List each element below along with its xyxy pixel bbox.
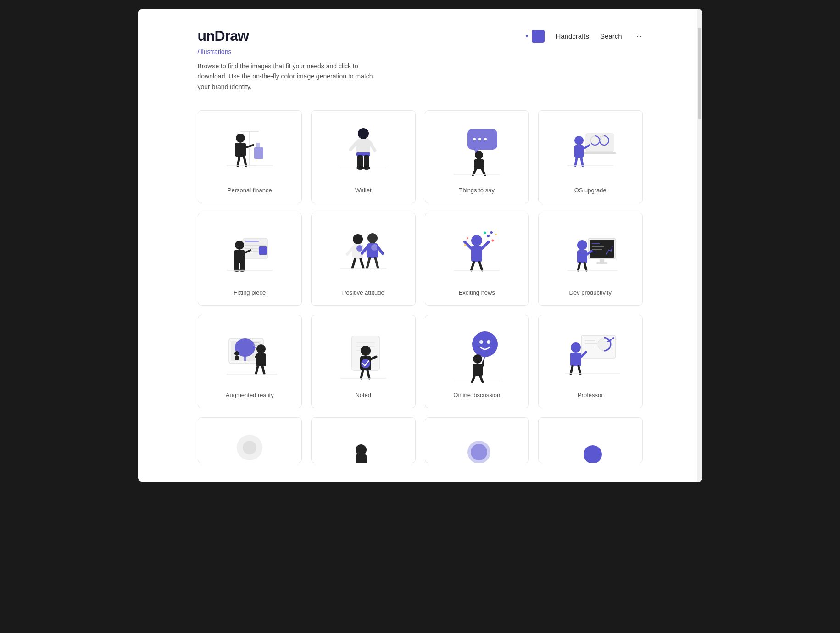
card-personal-finance[interactable]: Personal finance <box>198 110 302 203</box>
svg-rect-3 <box>254 147 263 159</box>
accent-color-swatch[interactable] <box>532 30 545 43</box>
illustrations-grid: Personal finance <box>198 110 643 463</box>
svg-rect-14 <box>357 155 363 168</box>
svg-line-63 <box>361 259 363 268</box>
card-dev-productivity[interactable]: Dev productivity <box>538 213 643 306</box>
color-selector[interactable]: ▼ <box>525 30 545 43</box>
svg-line-19 <box>370 143 375 151</box>
svg-line-98 <box>584 263 586 270</box>
svg-rect-95 <box>577 250 587 263</box>
card-exciting-news[interactable]: Exciting news <box>425 213 529 306</box>
svg-point-119 <box>361 346 371 356</box>
card-online-discussion[interactable]: Online discussion <box>425 315 529 408</box>
svg-rect-154 <box>356 454 367 463</box>
card-label: Fitting piece <box>234 289 266 296</box>
card-partial-2[interactable] <box>311 417 416 463</box>
svg-line-62 <box>352 259 355 268</box>
card-label: Dev productivity <box>569 289 612 296</box>
svg-point-75 <box>484 232 486 234</box>
nav-more-icon[interactable]: ··· <box>633 31 642 41</box>
page-description: Browse to find the images that fit your … <box>198 61 381 92</box>
svg-rect-78 <box>471 246 482 262</box>
svg-line-29 <box>482 169 485 175</box>
breadcrumb: /illustrations <box>198 48 643 56</box>
nav-search[interactable]: Search <box>600 32 622 40</box>
svg-line-113 <box>262 366 264 374</box>
svg-point-5 <box>236 134 245 143</box>
card-noted[interactable]: Noted <box>311 315 416 408</box>
card-professor[interactable]: Professor <box>538 315 643 408</box>
card-positive-attitude[interactable]: Positive attitude <box>311 213 416 306</box>
svg-line-97 <box>578 263 580 270</box>
navigation: ▼ Handcrafts Search ··· <box>525 30 643 43</box>
svg-rect-76 <box>490 231 493 235</box>
svg-rect-6 <box>235 143 246 157</box>
svg-point-37 <box>574 136 584 145</box>
svg-line-148 <box>571 366 573 374</box>
svg-line-69 <box>367 258 370 268</box>
card-augmented-reality[interactable]: Augmented reality <box>198 315 302 408</box>
illustration-online-discussion <box>440 325 513 384</box>
card-wallet[interactable]: Wallet <box>311 110 416 203</box>
dropdown-arrow-icon: ▼ <box>525 34 529 39</box>
card-label: Online discussion <box>453 392 500 398</box>
svg-point-83 <box>467 237 468 239</box>
svg-point-128 <box>487 340 490 344</box>
svg-point-104 <box>234 351 239 356</box>
svg-point-66 <box>371 244 378 251</box>
svg-point-156 <box>471 444 487 460</box>
svg-point-57 <box>353 234 363 244</box>
illustration-os-upgrade <box>554 120 627 179</box>
card-label: Professor <box>578 392 603 398</box>
illustration-partial-3 <box>440 427 513 463</box>
svg-point-24 <box>478 138 481 140</box>
svg-point-23 <box>473 138 476 140</box>
svg-point-153 <box>356 444 367 455</box>
svg-point-130 <box>473 354 482 364</box>
svg-point-64 <box>367 233 378 243</box>
card-partial-1[interactable] <box>198 417 302 463</box>
svg-rect-146 <box>570 353 581 366</box>
card-label: Personal finance <box>228 187 272 194</box>
svg-point-127 <box>479 340 483 344</box>
nav-handcrafts[interactable]: Handcrafts <box>556 32 589 40</box>
card-partial-4[interactable] <box>538 417 643 463</box>
svg-rect-93 <box>596 262 607 264</box>
svg-rect-4 <box>256 143 260 147</box>
card-label: OS upgrade <box>574 187 606 194</box>
svg-line-40 <box>581 158 583 166</box>
illustration-dev-productivity <box>554 222 627 282</box>
card-fitting-piece[interactable]: Fitting piece <box>198 213 302 306</box>
illustration-partial-4 <box>554 427 627 463</box>
svg-rect-87 <box>590 240 614 258</box>
svg-point-157 <box>584 445 602 463</box>
svg-point-11 <box>358 128 369 139</box>
svg-point-152 <box>243 441 256 454</box>
card-partial-3[interactable] <box>425 417 529 463</box>
illustration-noted <box>327 325 400 384</box>
svg-point-25 <box>484 138 487 140</box>
illustration-fitting-piece <box>213 222 286 282</box>
svg-line-70 <box>375 258 378 268</box>
card-label: Exciting news <box>459 289 495 296</box>
svg-point-109 <box>256 344 266 353</box>
svg-point-84 <box>464 244 467 246</box>
svg-point-73 <box>492 240 494 242</box>
svg-line-123 <box>361 370 363 378</box>
svg-rect-110 <box>256 353 266 366</box>
illustration-positive-attitude <box>327 222 400 282</box>
illustration-augmented-reality <box>213 325 286 384</box>
illustration-professor <box>554 325 627 384</box>
svg-rect-27 <box>474 159 484 169</box>
svg-point-59 <box>356 245 363 252</box>
svg-line-18 <box>350 143 356 150</box>
svg-rect-92 <box>600 259 604 263</box>
svg-rect-131 <box>473 364 483 376</box>
card-os-upgrade[interactable]: OS upgrade <box>538 110 643 203</box>
logo: unDraw <box>198 28 249 45</box>
svg-rect-44 <box>245 241 259 242</box>
illustration-wallet <box>327 120 400 179</box>
svg-line-60 <box>347 248 352 254</box>
card-things-to-say[interactable]: Things to say <box>425 110 529 203</box>
svg-point-72 <box>487 235 490 237</box>
